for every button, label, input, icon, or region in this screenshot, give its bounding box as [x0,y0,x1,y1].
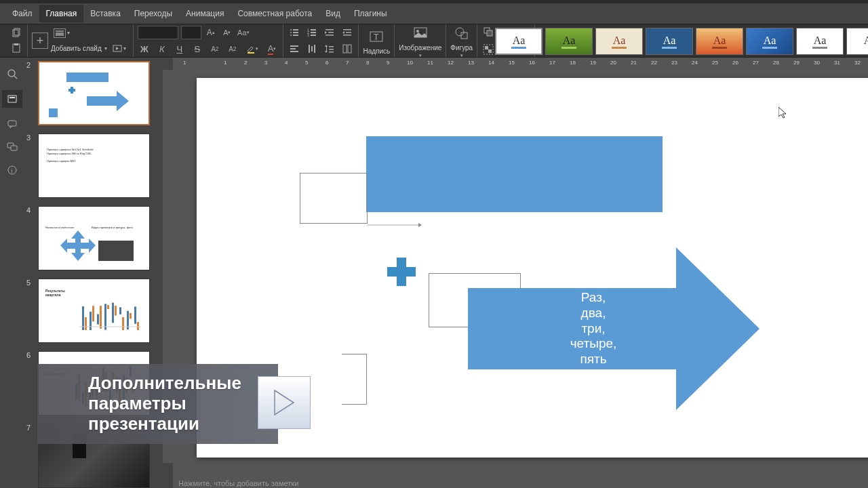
theme-6[interactable]: Aa [796,28,844,55]
numbering-icon[interactable]: 123 [305,26,319,39]
svg-rect-20 [326,35,334,36]
shape-small-arrow[interactable] [368,223,422,227]
menu-файл[interactable]: Файл [5,5,39,22]
menu-вид[interactable]: Вид [319,5,347,22]
shape-rectangle-blue[interactable] [366,136,663,212]
menu-плагины[interactable]: Плагины [347,5,394,22]
group-icon[interactable] [481,43,495,56]
svg-rect-21 [343,29,351,30]
superscript-icon[interactable]: A2 [208,42,222,56]
theme-3[interactable]: Aa [646,28,693,55]
slides-icon[interactable] [2,90,22,108]
svg-rect-24 [290,45,298,47]
shape-rectangle-outline[interactable] [300,173,368,224]
svg-rect-65 [90,312,92,330]
add-slide-label: Добавить слайд [51,45,102,52]
shape-rectangle-outline-3[interactable] [342,354,367,405]
comments-icon[interactable] [5,117,19,131]
bold-icon[interactable]: Ж [138,42,151,56]
svg-text:T: T [374,33,379,42]
shape-cross[interactable] [387,258,416,286]
svg-rect-33 [329,52,334,53]
align-h-icon[interactable] [288,42,301,56]
theme-1[interactable]: Aa [545,28,593,55]
svg-point-10 [290,35,292,36]
increase-font-icon[interactable]: A▴ [204,26,218,39]
svg-rect-56 [8,96,16,102]
svg-rect-76 [130,313,132,319]
italic-icon[interactable]: К [155,42,169,56]
svg-rect-28 [311,46,313,52]
paste-icon[interactable] [9,41,23,55]
layout-dropdown[interactable]: ▾ [51,26,73,40]
svg-rect-29 [314,45,315,53]
theme-5[interactable]: Aa [746,28,793,55]
change-case-icon[interactable]: Aa▾ [237,26,250,39]
svg-rect-3 [14,43,18,45]
line-spacing-icon[interactable] [323,42,336,56]
start-slideshow-button[interactable]: ▾ [110,42,129,56]
slide-thumb-4[interactable]: 4Названия и измененияВидео примеров и фи… [27,206,156,270]
svg-rect-67 [97,314,99,324]
align-v-icon[interactable] [305,42,319,56]
svg-rect-70 [107,305,109,309]
svg-rect-26 [290,51,298,52]
svg-rect-30 [326,47,327,51]
video-overlay-title: Дополнительные параметры презентации [37,373,241,434]
font-color-icon[interactable]: A▾ [265,42,279,56]
notes-bar[interactable]: Нажмите, чтобы добавить заметки [173,478,868,488]
svg-rect-17 [311,35,316,36]
image-button[interactable]: Изображение▾ [399,24,441,58]
textbox-button[interactable]: T Надпись [363,27,390,55]
play-icon[interactable] [258,376,311,429]
menu-переходы[interactable]: Переходы [127,5,179,22]
strike-icon[interactable]: S [191,42,204,56]
svg-rect-64 [85,317,87,330]
theme-4[interactable]: Aa [696,28,743,55]
svg-rect-31 [329,46,334,47]
font-size-select[interactable] [181,26,201,39]
chat-icon[interactable] [5,140,19,154]
menu-главная[interactable]: Главная [39,5,84,22]
slide-thumb-3[interactable]: 3Примеры шрифтов №1 №1 SemiboldПримеры ш… [27,134,156,198]
svg-point-54 [8,70,15,77]
ribbon-toolbar: + ▾ Добавить слайд▾ ▾ A▴ A▾ Aa▾ Ж К [0,24,868,58]
highlight-icon[interactable]: ▾ [243,42,261,56]
add-slide-button[interactable]: + [32,33,48,49]
svg-rect-73 [119,307,121,314]
slide-thumb-2[interactable]: 2 [27,61,156,125]
bullets-icon[interactable] [288,26,301,39]
arrow-text[interactable]: Раз, два, три, четыре, пять [542,290,644,367]
columns-icon[interactable] [340,42,354,56]
decrease-font-icon[interactable]: A▾ [220,26,234,39]
underline-icon[interactable]: Ч [173,42,186,56]
copy-icon[interactable] [9,26,23,40]
shape-button[interactable]: Фигура▾ [450,24,473,58]
svg-rect-43 [487,30,492,36]
menu-вставка[interactable]: Вставка [83,5,127,22]
theme-7[interactable]: Aa [846,28,868,55]
svg-rect-68 [100,306,102,329]
slide-thumb-5[interactable]: 5Результатыквартала [27,279,156,343]
search-icon[interactable] [5,67,19,81]
theme-2[interactable]: Aa [595,28,643,55]
decrease-indent-icon[interactable] [323,26,336,39]
svg-rect-7 [293,29,298,30]
svg-rect-72 [115,306,117,316]
subscript-icon[interactable]: A2 [226,42,239,56]
svg-rect-15 [311,32,316,33]
menu-совместная работа[interactable]: Совместная работа [231,5,319,22]
left-rail: i [0,58,24,485]
svg-rect-9 [293,32,298,33]
arrange-icon[interactable] [481,25,495,39]
svg-rect-35 [348,45,351,53]
svg-rect-58 [8,121,16,126]
theme-0[interactable]: Aa [495,28,542,55]
menu-анимация[interactable]: Анимация [179,5,231,22]
svg-rect-13 [311,29,316,30]
svg-point-6 [290,29,292,30]
info-icon[interactable]: i [5,163,19,177]
font-name-select[interactable] [138,26,178,39]
increase-indent-icon[interactable] [340,26,354,39]
menubar: ФайлГлавнаяВставкаПереходыАнимацияСовмес… [0,3,868,24]
